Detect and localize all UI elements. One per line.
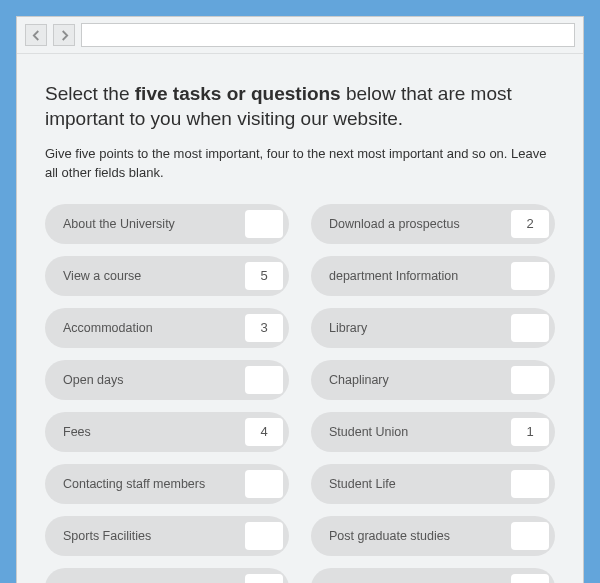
task-rank-input[interactable] — [245, 366, 283, 394]
task-rank-input[interactable] — [245, 574, 283, 583]
task-pill: Chaplinary — [311, 360, 555, 400]
forward-button[interactable] — [53, 24, 75, 46]
task-rank-input[interactable] — [511, 210, 549, 238]
task-pill: Sports Facilities — [45, 516, 289, 556]
task-label: View a course — [63, 269, 141, 283]
browser-toolbar — [17, 17, 583, 54]
chevron-left-icon — [32, 30, 41, 41]
task-rank-input[interactable] — [511, 262, 549, 290]
task-pill: Library — [311, 308, 555, 348]
task-pill: department Information — [311, 256, 555, 296]
task-rank-input[interactable] — [245, 522, 283, 550]
task-pill: Student Union — [311, 412, 555, 452]
task-label: Student Life — [329, 477, 396, 491]
task-pill: Download a prospectus — [311, 204, 555, 244]
task-pill: Fees — [45, 412, 289, 452]
task-pill: Open days — [45, 360, 289, 400]
task-label: Library — [329, 321, 367, 335]
task-label: About the University — [63, 217, 175, 231]
chevron-right-icon — [60, 30, 69, 41]
task-rank-input[interactable] — [511, 366, 549, 394]
task-pill: Contacting staff members — [45, 464, 289, 504]
task-label: Fees — [63, 425, 91, 439]
task-label: Chaplinary — [329, 373, 389, 387]
task-rank-input[interactable] — [511, 522, 549, 550]
task-pill: View a course — [45, 256, 289, 296]
task-rank-input[interactable] — [511, 314, 549, 342]
address-bar[interactable] — [81, 23, 575, 47]
task-label: Accommodation — [63, 321, 153, 335]
task-pill: Student Life — [311, 464, 555, 504]
task-rank-input[interactable] — [245, 314, 283, 342]
task-pill: Venue hire — [45, 568, 289, 583]
task-label: Download a prospectus — [329, 217, 460, 231]
browser-window: Select the five tasks or questions below… — [16, 16, 584, 583]
task-label: Contacting staff members — [63, 477, 205, 491]
back-button[interactable] — [25, 24, 47, 46]
task-grid: About the UniversityDownload a prospectu… — [45, 204, 555, 583]
task-label: Sports Facilities — [63, 529, 151, 543]
task-rank-input[interactable] — [511, 418, 549, 446]
task-pill: Accommodation — [45, 308, 289, 348]
task-pill: Research opportunities — [311, 568, 555, 583]
task-rank-input[interactable] — [511, 470, 549, 498]
task-label: department Information — [329, 269, 458, 283]
headline-prefix: Select the — [45, 83, 135, 104]
task-rank-input[interactable] — [511, 574, 549, 583]
task-label: Post graduate studies — [329, 529, 450, 543]
task-rank-input[interactable] — [245, 418, 283, 446]
task-pill: Post graduate studies — [311, 516, 555, 556]
task-label: Open days — [63, 373, 123, 387]
page-title: Select the five tasks or questions below… — [45, 82, 555, 131]
task-label: Student Union — [329, 425, 408, 439]
task-rank-input[interactable] — [245, 262, 283, 290]
page-content: Select the five tasks or questions below… — [17, 54, 583, 583]
task-pill: About the University — [45, 204, 289, 244]
task-rank-input[interactable] — [245, 470, 283, 498]
headline-bold: five tasks or questions — [135, 83, 341, 104]
task-rank-input[interactable] — [245, 210, 283, 238]
instructions: Give five points to the most important, … — [45, 145, 555, 181]
